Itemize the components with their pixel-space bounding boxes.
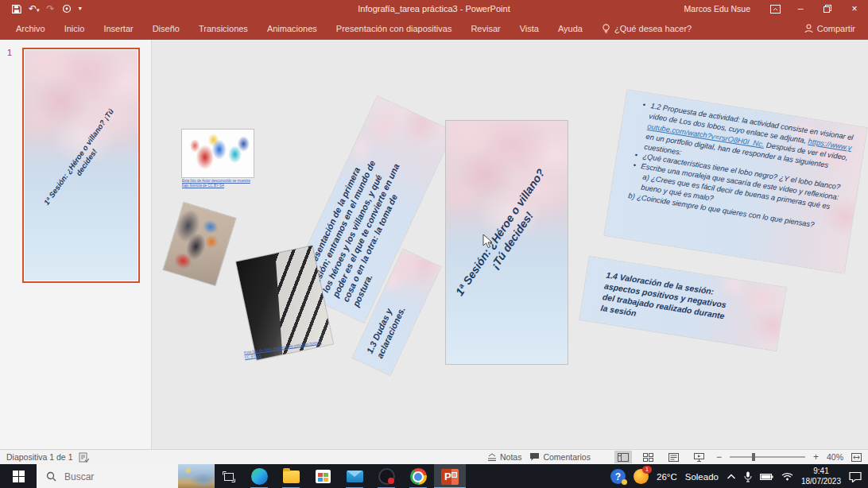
ribbon-display-options-icon[interactable] bbox=[763, 0, 787, 17]
save-icon[interactable] bbox=[11, 4, 21, 14]
reading-view-button[interactable] bbox=[665, 451, 683, 463]
tab-archivo[interactable]: Archivo bbox=[6, 17, 55, 40]
obs-taskbar-icon[interactable] bbox=[370, 464, 402, 488]
weather-condition[interactable]: Soleado bbox=[685, 472, 719, 482]
thumbnail-slide-preview: 1ª Sesión: ¿Héroe o villano? ¡Tú decides… bbox=[25, 50, 138, 281]
restore-button[interactable] bbox=[814, 0, 841, 17]
people-photo[interactable] bbox=[164, 203, 236, 285]
notification-badge: 1 bbox=[642, 466, 652, 474]
minimize-button[interactable]: – bbox=[787, 0, 814, 17]
customize-qat-icon[interactable]: ▾ bbox=[79, 6, 82, 12]
textbox-1-4[interactable]: 1.4 Valoración de la sesión: aspectos po… bbox=[579, 257, 785, 351]
clock-date: 18/07/2023 bbox=[801, 477, 841, 487]
battery-icon[interactable] bbox=[760, 473, 773, 481]
ribbon-tabs: Archivo Inicio Insertar Diseño Transicio… bbox=[0, 17, 868, 40]
tab-presentacion[interactable]: Presentación con diapositivas bbox=[327, 17, 462, 40]
close-button[interactable]: × bbox=[841, 0, 868, 17]
wifi-icon[interactable] bbox=[781, 472, 793, 481]
slide-indicator[interactable]: Diapositiva 1 de 1 bbox=[6, 452, 72, 462]
normal-view-button[interactable] bbox=[614, 451, 632, 463]
tab-animaciones[interactable]: Animaciones bbox=[258, 17, 327, 40]
tab-revisar[interactable]: Revisar bbox=[461, 17, 510, 40]
microphone-icon[interactable] bbox=[744, 471, 752, 482]
quick-access-toolbar: ↶▾ ↷ ▾ bbox=[0, 4, 82, 14]
tell-me-label: ¿Qué desea hacer? bbox=[614, 24, 692, 33]
slideshow-view-button[interactable] bbox=[691, 451, 708, 463]
powerpoint-icon: P bbox=[441, 469, 459, 485]
accessibility-checker-icon[interactable] bbox=[79, 452, 89, 463]
share-button[interactable]: Compartir bbox=[804, 24, 868, 33]
action-center-icon[interactable] bbox=[849, 471, 862, 482]
status-bar-right: Notas Comentarios − + 40% bbox=[487, 451, 862, 463]
lightbulb-icon bbox=[602, 24, 610, 34]
slide-thumbnail-panel: 1 1ª Sesión: ¿Héroe o villano? ¡Tú decid… bbox=[0, 40, 152, 449]
zoom-out-button[interactable]: − bbox=[716, 451, 722, 463]
thumbnail-slide-title: 1ª Sesión: ¿Héroe o villano? ¡Tú decides… bbox=[39, 103, 126, 216]
window-title: Infografía_tarea práctica3 - PowerPoint bbox=[358, 4, 510, 14]
help-icon[interactable]: ? bbox=[610, 469, 626, 484]
start-button[interactable] bbox=[0, 464, 37, 488]
slide-1-thumbnail[interactable]: 1ª Sesión: ¿Héroe o villano? ¡Tú decides… bbox=[22, 48, 140, 283]
status-bar: Diapositiva 1 de 1 Notas Comentarios bbox=[0, 449, 868, 464]
taskbar: P ? 1 26°C Soleado 9:41 18/07/2023 bbox=[0, 464, 868, 488]
tab-transiciones[interactable]: Transiciones bbox=[189, 17, 258, 40]
superheroes-image[interactable] bbox=[182, 130, 254, 177]
titlebar-right: Marcos Edu Nsue – × bbox=[684, 0, 868, 17]
edge-icon bbox=[251, 468, 268, 485]
redo-icon[interactable]: ↷ bbox=[47, 4, 55, 14]
account-name[interactable]: Marcos Edu Nsue bbox=[684, 4, 763, 14]
tray-chevron-icon[interactable] bbox=[727, 474, 736, 480]
tab-vista[interactable]: Vista bbox=[510, 17, 548, 40]
tab-diseno[interactable]: Diseño bbox=[143, 17, 189, 40]
chrome-taskbar-icon[interactable] bbox=[402, 464, 434, 488]
system-tray: ? 1 26°C Soleado 9:41 18/07/2023 bbox=[610, 467, 868, 486]
mail-taskbar-icon[interactable] bbox=[339, 464, 370, 488]
file-explorer-taskbar-icon[interactable] bbox=[275, 464, 307, 488]
undo-icon[interactable]: ↶▾ bbox=[29, 4, 40, 14]
microsoft-store-taskbar-icon[interactable] bbox=[307, 464, 339, 488]
taskbar-clock[interactable]: 9:41 18/07/2023 bbox=[801, 467, 841, 486]
slide-canvas[interactable]: 1ª Sesión: ¿Héroe o villano? ¡Tú decides… bbox=[446, 121, 568, 364]
person-icon bbox=[804, 24, 813, 33]
slide-number: 1 bbox=[7, 48, 12, 57]
slide-title[interactable]: 1ª Sesión: ¿Héroe o villano? ¡Tú decides… bbox=[451, 163, 563, 310]
textbox-1-2[interactable]: 1.2 Propuesta de actividad: la actividad… bbox=[604, 90, 866, 273]
task-view-icon[interactable] bbox=[215, 464, 243, 488]
taskbar-search[interactable] bbox=[37, 464, 215, 488]
editing-canvas[interactable]: Esta foto de Autor desconocido se muestr… bbox=[152, 40, 868, 449]
zoom-slider[interactable] bbox=[730, 456, 805, 458]
powerpoint-taskbar-icon[interactable]: P bbox=[434, 464, 466, 488]
edge-taskbar-icon[interactable] bbox=[243, 464, 275, 488]
zoom-slider-thumb[interactable] bbox=[752, 453, 755, 461]
textbox-1-3-text: 1.3 Dudas y aclaraciones. bbox=[365, 305, 407, 359]
comments-label: Comentarios bbox=[543, 452, 591, 462]
tab-insertar[interactable]: Insertar bbox=[94, 17, 142, 40]
notes-label: Notas bbox=[500, 452, 521, 462]
chrome-icon bbox=[410, 468, 427, 485]
touch-mode-icon[interactable] bbox=[62, 4, 72, 14]
tab-ayuda[interactable]: Ayuda bbox=[548, 17, 592, 40]
clock-time: 9:41 bbox=[801, 467, 841, 477]
tell-me-box[interactable]: ¿Qué desea hacer? bbox=[592, 24, 701, 34]
fit-slide-to-window-icon[interactable] bbox=[851, 453, 862, 462]
zoom-level[interactable]: 40% bbox=[827, 452, 843, 462]
weather-temperature[interactable]: 26°C bbox=[657, 472, 677, 482]
textbox-1-4-text: 1.4 Valoración de la sesión: aspectos po… bbox=[600, 270, 727, 321]
slide-sorter-view-button[interactable] bbox=[640, 451, 657, 463]
share-label: Compartir bbox=[817, 24, 855, 33]
powerpoint-window: ↶▾ ↷ ▾ Infografía_tarea práctica3 - Powe… bbox=[0, 0, 868, 488]
notes-button[interactable]: Notas bbox=[487, 452, 521, 462]
tab-inicio[interactable]: Inicio bbox=[55, 17, 95, 40]
store-icon bbox=[316, 470, 331, 483]
search-icon bbox=[46, 471, 56, 482]
comments-button[interactable]: Comentarios bbox=[529, 452, 591, 462]
weather-notification-icon[interactable]: 1 bbox=[634, 469, 649, 484]
obs-icon bbox=[378, 468, 395, 485]
workspace: 1 1ª Sesión: ¿Héroe o villano? ¡Tú decid… bbox=[0, 40, 868, 449]
titlebar: ↶▾ ↷ ▾ Infografía_tarea práctica3 - Powe… bbox=[0, 0, 868, 17]
mail-icon bbox=[347, 471, 363, 482]
search-input[interactable] bbox=[63, 471, 160, 483]
file-explorer-icon bbox=[283, 471, 300, 483]
bing-daily-image[interactable] bbox=[178, 464, 215, 488]
zoom-in-button[interactable]: + bbox=[813, 451, 819, 463]
